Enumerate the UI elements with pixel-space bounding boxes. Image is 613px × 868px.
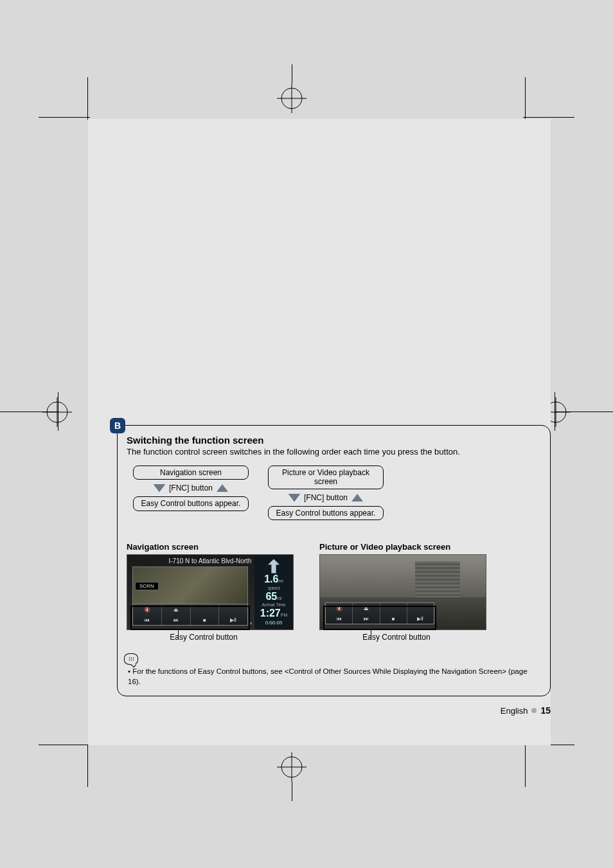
fnc-button-label: [FNC] button	[304, 493, 348, 502]
trim-line	[87, 745, 88, 787]
flow-left-mid: [FNC] button	[133, 480, 249, 496]
arrow-down-icon	[289, 494, 300, 502]
bullet-icon	[531, 708, 537, 713]
registration-mark-left	[42, 397, 72, 427]
trim-line	[525, 77, 526, 120]
note-icon-wrap: ⁝⁝⁝	[124, 652, 541, 665]
flow-right: Picture or Video playback screen [FNC] b…	[268, 466, 384, 520]
nav-arrival: 1:27	[260, 608, 281, 619]
footer-lang: English	[501, 706, 528, 716]
nav-arrow-icon	[268, 559, 280, 574]
section-b: B Switching the function screen The func…	[117, 425, 551, 696]
flow-right-mid: [FNC] button	[268, 489, 384, 506]
section-title: Switching the function screen	[127, 435, 541, 446]
nav-speed-label: speed	[267, 586, 280, 590]
leader-line	[371, 630, 371, 639]
nav-speed: 65	[265, 591, 277, 602]
example-navigation: Navigation screen I-710 N to Atlantic Bl…	[127, 542, 300, 642]
arrow-up-icon	[217, 484, 228, 492]
easy-control-caption-video: Easy Control button	[300, 633, 493, 642]
nav-distance-unit: mi	[278, 579, 283, 583]
registration-mark-top	[277, 84, 306, 113]
flow-left-bottom: Easy Control buttons appear.	[133, 496, 249, 511]
crop-top-v	[292, 64, 292, 84]
scrn-button[interactable]: SCRN	[135, 582, 159, 590]
example-nav-title: Navigation screen	[127, 542, 300, 552]
video-building	[415, 561, 460, 600]
trim-line	[39, 117, 90, 118]
fnc-button-label: [FNC] button	[169, 484, 213, 493]
trim-line	[525, 745, 526, 787]
note-text: • For the functions of Easy Control butt…	[127, 666, 541, 687]
easy-control-caption-nav: Easy Control button	[107, 633, 300, 642]
trim-line	[39, 745, 90, 745]
nav-info-panel: 1.6mi speed 65mi Arrival Time 1:27PM 0:0…	[254, 555, 293, 629]
flow-diagram: Navigation screen [FNC] button Easy Cont…	[133, 466, 541, 520]
arrow-down-icon	[154, 484, 165, 492]
page-footer: English 15	[501, 705, 551, 716]
page-body: B Switching the function screen The func…	[88, 119, 551, 745]
note-body: For the functions of Easy Control button…	[128, 667, 528, 685]
trim-line	[523, 117, 574, 118]
leader-line	[178, 630, 179, 639]
nav-elapsed: 0:00:05	[265, 620, 283, 626]
flow-right-top: Picture or Video playback screen	[268, 466, 384, 489]
nav-speed-unit: mi	[277, 596, 281, 601]
example-video: Picture or Video playback screen 🔇 ⏏	[319, 542, 493, 642]
section-badge: B	[110, 418, 125, 433]
trim-line	[87, 77, 88, 120]
highlight-rect-video	[323, 606, 436, 630]
example-video-title: Picture or Video playback screen	[319, 542, 493, 552]
footer-page: 15	[540, 705, 551, 716]
registration-mark-bottom	[277, 752, 306, 782]
crop-bot-v	[292, 782, 292, 801]
note-icon: ⁝⁝⁝	[124, 653, 138, 665]
arrow-up-icon	[351, 494, 363, 502]
flow-left: Navigation screen [FNC] button Easy Cont…	[133, 466, 249, 520]
flow-left-top: Navigation screen	[133, 466, 249, 480]
nav-arrival-label: Arrival Time	[262, 602, 286, 607]
highlight-rect-nav	[130, 606, 250, 630]
nav-arrival-unit: PM	[281, 613, 288, 617]
nav-distance: 1.6	[264, 574, 278, 584]
examples-row: Navigation screen I-710 N to Atlantic Bl…	[127, 542, 541, 642]
section-subtitle: The function control screen switches in …	[127, 447, 541, 457]
flow-right-bottom: Easy Control buttons appear.	[268, 506, 384, 520]
